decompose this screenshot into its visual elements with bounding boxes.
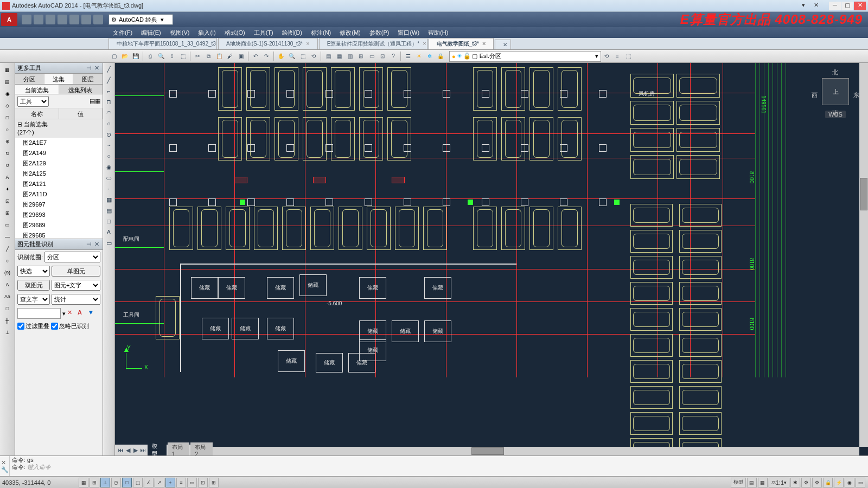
- draw-tool-icon[interactable]: ⌐: [104, 86, 114, 96]
- menu-item[interactable]: 帮助(H): [424, 29, 452, 37]
- panel-tab[interactable]: 选集: [44, 74, 74, 84]
- horizontal-scrollbar[interactable]: [213, 447, 859, 455]
- tab-close-icon[interactable]: ×: [482, 40, 486, 47]
- selection-tree[interactable]: ⊟ 当前选集 (27个) 图2A1E7图2A149图2A129图2A125图2A…: [15, 119, 103, 239]
- match-icon[interactable]: 🖌: [225, 52, 235, 61]
- anno-auto-icon[interactable]: ⚙: [801, 478, 811, 487]
- menu-item[interactable]: 视图(V): [165, 29, 194, 37]
- draw-tool-icon[interactable]: ·: [104, 184, 114, 194]
- left-tool-icon[interactable]: (9): [2, 267, 13, 278]
- quickview-layouts-icon[interactable]: ▤: [747, 478, 757, 487]
- document-tab[interactable]: 中粮地下车库平面150108_1_33_0492_t3*×: [108, 38, 217, 49]
- menu-item[interactable]: 窗口(W): [393, 29, 424, 37]
- draw-tool-icon[interactable]: ○: [104, 119, 114, 129]
- menu-item[interactable]: 参数(P): [365, 29, 394, 37]
- dyn-button[interactable]: +: [165, 478, 175, 487]
- undo-icon[interactable]: ↶: [251, 52, 260, 61]
- menu-item[interactable]: 编辑(E): [137, 29, 165, 37]
- cut-icon[interactable]: ✂: [193, 52, 202, 61]
- viewcube[interactable]: 北 南 西 东 上 WCS: [814, 67, 857, 132]
- sheet-icon[interactable]: ▦: [334, 52, 344, 61]
- double-element-button[interactable]: 双图元: [17, 280, 50, 291]
- help-icon[interactable]: ?: [388, 52, 398, 61]
- print-icon[interactable]: ⎙: [145, 52, 155, 61]
- left-tool-icon[interactable]: ⊞: [2, 208, 13, 219]
- open-icon[interactable]: [34, 15, 43, 24]
- layer-iso-icon[interactable]: ⬚: [623, 52, 633, 61]
- document-tab[interactable]: A地块商业(S-1)S-20141130_t3*×: [218, 38, 318, 49]
- saveas-icon[interactable]: [58, 15, 67, 24]
- panel-tab[interactable]: 分区: [15, 74, 44, 84]
- draw-tool-icon[interactable]: ◠: [104, 108, 114, 118]
- tree-item[interactable]: 图29685: [15, 230, 103, 239]
- cmd-close-icon[interactable]: ✕🔧: [0, 456, 10, 476]
- stat-select[interactable]: 统计: [52, 294, 100, 305]
- tab-prev-icon[interactable]: ◀: [124, 447, 131, 454]
- draw-tool-icon[interactable]: ⊓: [104, 97, 114, 107]
- draw-tool-icon[interactable]: ◉: [104, 162, 114, 172]
- left-tool-icon[interactable]: ✦: [2, 184, 13, 195]
- left-tool-icon[interactable]: ↻: [2, 148, 13, 159]
- ortho-button[interactable]: ⊥: [100, 478, 110, 487]
- hardware-accel-icon[interactable]: ⚡: [834, 478, 844, 487]
- tool-select[interactable]: 工具: [17, 96, 49, 107]
- 3d-icon[interactable]: ⬚: [178, 52, 188, 61]
- text-a-icon[interactable]: A: [78, 309, 86, 318]
- panel-subtab[interactable]: 当前选集: [15, 85, 59, 94]
- left-tool-icon[interactable]: ╫: [2, 315, 13, 326]
- quickview-drawings-icon[interactable]: ▦: [758, 478, 768, 487]
- save-icon[interactable]: [46, 15, 55, 24]
- tree-item[interactable]: 图2A1E7: [15, 138, 103, 148]
- snap-button[interactable]: ▦: [79, 478, 88, 487]
- calc-icon[interactable]: ⊞: [356, 52, 366, 61]
- draw-tool-icon[interactable]: ▦: [104, 195, 114, 204]
- tab-close-icon[interactable]: ×: [423, 40, 426, 47]
- col-name[interactable]: 名称: [15, 108, 59, 119]
- tab-first-icon[interactable]: ⏮: [117, 447, 124, 453]
- props-icon[interactable]: ▤: [323, 52, 333, 61]
- menu-item[interactable]: 修改(M): [335, 29, 365, 37]
- clean-screen-icon[interactable]: ▭: [856, 478, 865, 487]
- left-tool-icon[interactable]: ╱: [2, 243, 13, 254]
- command-line[interactable]: ✕🔧 命令: gs 命令: 键入命令: [0, 455, 868, 476]
- draw-tool-icon[interactable]: ⬭: [104, 173, 114, 183]
- layer-prev-icon[interactable]: ⟲: [602, 52, 611, 61]
- left-tool-icon[interactable]: ○: [2, 255, 13, 266]
- quick-select[interactable]: 快选: [17, 266, 50, 277]
- ignore-recognized-check[interactable]: 忽略已识别: [51, 322, 89, 330]
- left-tool-icon[interactable]: ▤: [2, 76, 13, 87]
- left-tool-icon[interactable]: ▦: [2, 65, 13, 75]
- 3dosnap-button[interactable]: ⬚: [133, 478, 143, 487]
- layer-freeze-icon[interactable]: ❄: [425, 52, 435, 61]
- draw-tool-icon[interactable]: □: [104, 216, 114, 226]
- pan-icon[interactable]: ✋: [276, 52, 286, 61]
- left-tool-icon[interactable]: A: [2, 279, 13, 290]
- tab-next-icon[interactable]: ▶: [132, 447, 139, 454]
- polar-button[interactable]: ◷: [111, 478, 121, 487]
- left-tool-icon[interactable]: ▭: [2, 220, 13, 230]
- close-button[interactable]: ✕: [854, 2, 866, 10]
- left-tool-icon[interactable]: ⊕: [2, 136, 13, 147]
- qp-button[interactable]: ⊡: [198, 478, 208, 487]
- left-tool-icon[interactable]: ⊡: [2, 196, 13, 207]
- save-icon[interactable]: 💾: [131, 52, 141, 61]
- qselect-icon[interactable]: ⊡: [378, 52, 387, 61]
- toolbar-lock-icon[interactable]: 🔒: [823, 478, 833, 487]
- left-tool-icon[interactable]: ◉: [2, 88, 13, 99]
- left-tool-icon[interactable]: —: [2, 232, 13, 242]
- preview-icon[interactable]: 🔍: [156, 52, 166, 61]
- draw-tool-icon[interactable]: ╱: [104, 65, 114, 74]
- left-tool-icon[interactable]: □: [2, 303, 13, 314]
- tab-last-icon[interactable]: ⏭: [139, 447, 146, 453]
- otrack-button[interactable]: ∠: [144, 478, 154, 487]
- restore-sub-icon[interactable]: ▾: [797, 2, 809, 10]
- draw-tool-icon[interactable]: ▤: [104, 206, 114, 215]
- tree-item[interactable]: 图29697: [15, 200, 103, 210]
- plot-icon[interactable]: [69, 15, 79, 24]
- draw-tool-icon[interactable]: ~: [104, 140, 114, 150]
- combo2-select[interactable]: 图元+文字: [52, 280, 100, 291]
- draw-tool-icon[interactable]: ⊙: [104, 130, 114, 139]
- tree-item[interactable]: 图2A129: [15, 158, 103, 169]
- tpy-button[interactable]: ▭: [187, 478, 197, 487]
- tool-icon1[interactable]: ▤: [90, 98, 95, 105]
